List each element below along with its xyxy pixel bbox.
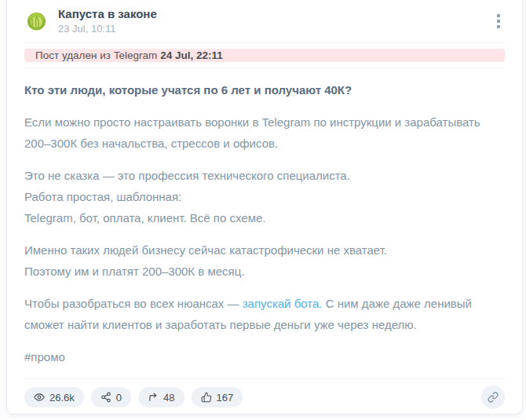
kebab-menu-icon[interactable] [492, 11, 505, 31]
link-icon [488, 392, 499, 403]
eye-icon [34, 392, 45, 403]
post-text-before-link: Чтобы разобраться во всех нюансах — [24, 297, 243, 310]
post-line: Telegram, бот, оплата, клиент. Всё по сх… [24, 207, 505, 228]
post-line: Это не сказка — это профессия техническо… [24, 165, 505, 186]
post-line: Работа простая, шаблонная: [24, 186, 505, 207]
copy-link-button[interactable] [481, 385, 505, 409]
cabbage-icon [25, 9, 48, 32]
views-stat[interactable]: 26.6k [24, 387, 84, 407]
share-nodes-icon [100, 392, 111, 403]
post-body: Кто эти люди, которые учатся по 6 лет и … [24, 68, 505, 378]
post-title: Кто эти люди, которые учатся по 6 лет и … [24, 79, 505, 100]
views-count: 26.6k [49, 392, 75, 404]
header-divider [24, 42, 505, 43]
reactions-stat[interactable]: 167 [192, 387, 243, 407]
channel-avatar[interactable] [24, 9, 49, 33]
post-date: 23 Jul, 10:11 [58, 23, 157, 35]
post-hashtag: #промо [24, 346, 505, 367]
post-footer: 26.6k 0 48 167 [24, 379, 505, 414]
forward-arrow-icon [148, 392, 159, 403]
post-paragraph: Если можно просто настраивать воронки в … [24, 111, 505, 154]
bot-link[interactable]: запускай бота. [243, 297, 323, 310]
reactions-count: 167 [217, 392, 234, 404]
post-line: Именно таких людей бизнесу сейчас катаст… [24, 239, 505, 261]
post-card: Капуста в законе 23 Jul, 10:11 Пост удал… [6, 0, 523, 415]
forwards-stat[interactable]: 48 [138, 387, 184, 407]
post-paragraph: Чтобы разобраться во всех нюансах — запу… [24, 293, 505, 335]
post-paragraph: Это не сказка — это профессия техническо… [24, 165, 505, 228]
shares-count: 0 [116, 392, 122, 404]
channel-name[interactable]: Капуста в законе [58, 7, 157, 20]
post-line: Поэтому им и платят 200–300К в месяц. [24, 261, 505, 282]
deleted-notice-text: Пост удален из Telegram [35, 49, 157, 61]
post-paragraph: Именно таких людей бизнесу сейчас катаст… [24, 239, 505, 282]
forwards-count: 48 [163, 392, 174, 404]
page: Капуста в законе 23 Jul, 10:11 Пост удал… [0, 0, 526, 420]
channel-meta: Капуста в законе 23 Jul, 10:11 [58, 7, 157, 35]
deleted-notice: Пост удален из Telegram 24 Jul, 22:11 [24, 49, 505, 62]
shares-stat[interactable]: 0 [91, 387, 131, 407]
thumbs-up-icon [201, 392, 212, 403]
deleted-notice-date: 24 Jul, 22:11 [160, 49, 223, 61]
post-header: Капуста в законе 23 Jul, 10:11 [24, 1, 505, 42]
